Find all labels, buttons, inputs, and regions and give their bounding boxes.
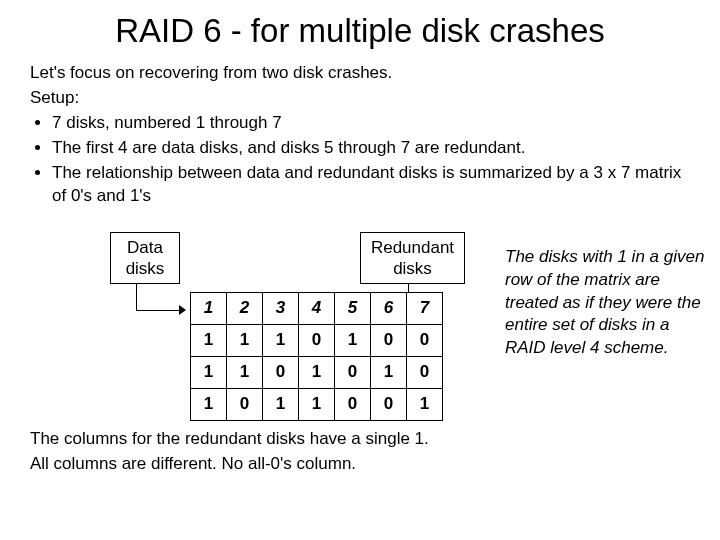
matrix-cell: 0: [407, 356, 443, 388]
intro-block: Let's focus on recovering from two disk …: [30, 62, 690, 208]
matrix-header-row: 1 2 3 4 5 6 7: [191, 292, 443, 324]
slide: RAID 6 - for multiple disk crashes Let's…: [0, 0, 720, 540]
footer-line-2: All columns are different. No all-0's co…: [30, 453, 690, 476]
side-note: The disks with 1 in a given row of the m…: [505, 246, 705, 361]
matrix-cell: 0: [299, 324, 335, 356]
matrix-header-cell: 2: [227, 292, 263, 324]
matrix-header-cell: 4: [299, 292, 335, 324]
matrix-cell: 0: [371, 388, 407, 420]
matrix-cell: 1: [263, 388, 299, 420]
redundant-disks-label: Redundant disks: [360, 232, 465, 285]
matrix-header-cell: 3: [263, 292, 299, 324]
page-title: RAID 6 - for multiple disk crashes: [30, 12, 690, 50]
matrix-cell: 0: [407, 324, 443, 356]
matrix-table: 1 2 3 4 5 6 7 1 1 1 0 1 0 0 1 1 0 1: [190, 292, 443, 421]
footer-block: The columns for the redundant disks have…: [30, 428, 690, 476]
intro-bullet: 7 disks, numbered 1 through 7: [52, 112, 690, 135]
matrix-header-cell: 6: [371, 292, 407, 324]
matrix-row: 1 1 0 1 0 1 0: [191, 356, 443, 388]
matrix-cell: 1: [227, 356, 263, 388]
diagram-area: Data disks Redundant disks 1 2 3 4 5 6 7…: [30, 226, 690, 426]
matrix-cell: 1: [227, 324, 263, 356]
arrow-head-icon: [179, 305, 186, 315]
matrix-cell: 0: [335, 356, 371, 388]
matrix-cell: 0: [227, 388, 263, 420]
intro-bullet: The relationship between data and redund…: [52, 162, 690, 208]
matrix-cell: 1: [263, 324, 299, 356]
matrix-cell: 1: [299, 356, 335, 388]
matrix-cell: 1: [371, 356, 407, 388]
footer-line-1: The columns for the redundant disks have…: [30, 428, 690, 451]
intro-line-2: Setup:: [30, 87, 690, 110]
intro-bullet: The first 4 are data disks, and disks 5 …: [52, 137, 690, 160]
data-disks-label: Data disks: [110, 232, 180, 285]
matrix-cell: 1: [191, 356, 227, 388]
matrix-header-cell: 1: [191, 292, 227, 324]
matrix-header-cell: 5: [335, 292, 371, 324]
arrow-icon: [136, 284, 160, 310]
intro-bullets: 7 disks, numbered 1 through 7 The first …: [30, 112, 690, 208]
matrix-row: 1 1 1 0 1 0 0: [191, 324, 443, 356]
intro-line-1: Let's focus on recovering from two disk …: [30, 62, 690, 85]
matrix-cell: 0: [371, 324, 407, 356]
matrix-cell: 1: [191, 324, 227, 356]
matrix-cell: 0: [335, 388, 371, 420]
matrix-row: 1 0 1 1 0 0 1: [191, 388, 443, 420]
matrix-cell: 0: [263, 356, 299, 388]
matrix-cell: 1: [191, 388, 227, 420]
matrix-cell: 1: [335, 324, 371, 356]
matrix-header-cell: 7: [407, 292, 443, 324]
matrix-cell: 1: [407, 388, 443, 420]
matrix-cell: 1: [299, 388, 335, 420]
